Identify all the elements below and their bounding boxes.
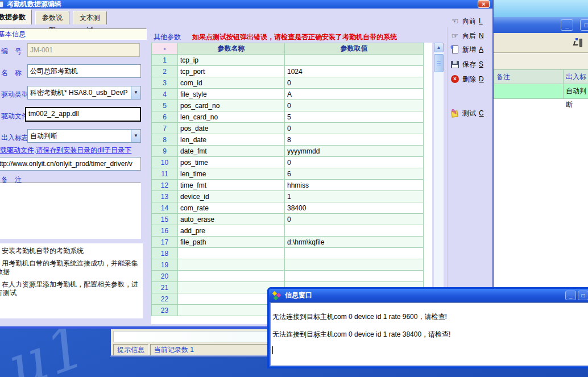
param-name-cell[interactable]: tcp_port: [178, 66, 285, 77]
param-value-cell[interactable]: 6: [285, 168, 424, 180]
param-value-cell[interactable]: yyyymmdd: [285, 146, 424, 157]
driver-url-field[interactable]: http://www.onlyit.cn/onlyit_prod/timer_d…: [0, 157, 141, 171]
param-name-cell[interactable]: tcp_ip: [178, 55, 285, 66]
col-name[interactable]: 参数名称: [178, 43, 285, 55]
id-field[interactable]: JM-001: [27, 43, 140, 57]
param-value-cell[interactable]: [285, 248, 424, 259]
param-value-cell[interactable]: 8: [285, 134, 424, 146]
row-number: 20: [152, 271, 178, 282]
table-row[interactable]: 6 len_card_no 5: [152, 111, 424, 123]
param-name-cell[interactable]: pos_card_no: [178, 100, 285, 111]
table-row[interactable]: 12 time_fmt hhmiss: [152, 180, 424, 191]
table-row[interactable]: 20: [152, 271, 424, 282]
info-message-area[interactable]: 无法连接到目标主机com 0 device id 1 rate 9600，请检查…: [270, 303, 588, 366]
param-name-cell[interactable]: add_pre: [178, 225, 285, 237]
param-value-cell[interactable]: d:\hrm\kqfile: [285, 237, 424, 248]
chevron-down-icon[interactable]: ▼: [131, 86, 140, 99]
background-table-row[interactable]: 自动判断: [494, 84, 588, 99]
close-icon[interactable]: ×: [478, 0, 490, 8]
previous-button[interactable]: ☜ 向前 L: [450, 15, 483, 27]
table-row[interactable]: 15 auto_erase 0: [152, 214, 424, 225]
next-button[interactable]: ☞ 向后 N: [450, 30, 484, 42]
tab-param-help[interactable]: 参数说明: [35, 11, 69, 24]
param-value-cell[interactable]: hhmiss: [285, 180, 424, 191]
table-row[interactable]: 4 file_style A: [152, 89, 424, 100]
driver-type-select[interactable]: 科密考勤机* HSA8.0_usb_DevP ▼: [27, 86, 141, 100]
inout-select[interactable]: 自动判断 ▼: [27, 129, 141, 143]
table-row[interactable]: 5 pos_card_no 0: [152, 100, 424, 111]
save-button[interactable]: 保存 S: [450, 58, 483, 71]
maximize-button[interactable]: □: [578, 291, 588, 300]
param-value-cell[interactable]: [285, 55, 424, 66]
param-value-cell[interactable]: [285, 225, 424, 237]
scrollbar-thumb[interactable]: [434, 54, 444, 72]
table-scrollbar[interactable]: ▲ ▼: [434, 43, 444, 324]
col-value[interactable]: 参数取值: [285, 43, 424, 55]
param-value-cell[interactable]: 0: [285, 157, 424, 168]
cell-inout[interactable]: 自动判断: [563, 84, 588, 99]
table-row[interactable]: 13 device_id 1: [152, 191, 424, 202]
table-row[interactable]: 10 pos_time 0: [152, 157, 424, 168]
param-name-cell[interactable]: [178, 259, 285, 271]
param-name-cell[interactable]: len_time: [178, 168, 285, 180]
maximize-button[interactable]: □: [580, 19, 588, 31]
test-button[interactable]: ✎ 测试 C: [450, 107, 484, 119]
driver-type-value: 科密考勤机* HSA8.0_usb_DevP: [30, 86, 129, 99]
delete-button[interactable]: × 删除 D: [450, 73, 484, 85]
download-driver-link[interactable]: 下载驱动文件,请保存到安装目录的dll子目录下: [0, 146, 131, 155]
param-value-cell[interactable]: 0: [285, 100, 424, 111]
minimize-button[interactable]: _: [561, 19, 573, 31]
param-value-cell[interactable]: 0: [285, 77, 424, 89]
param-value-cell[interactable]: [285, 271, 424, 282]
param-name-cell[interactable]: len_card_no: [178, 111, 285, 123]
chevron-down-icon[interactable]: ▼: [131, 130, 140, 142]
param-value-cell[interactable]: 38400: [285, 202, 424, 214]
tab-text-test[interactable]: 文本测试: [73, 11, 107, 24]
tab-data-params[interactable]: 数据参数: [0, 9, 32, 24]
table-row[interactable]: 14 com_rate 38400: [152, 202, 424, 214]
param-value-cell[interactable]: 0: [285, 123, 424, 134]
table-row[interactable]: 18: [152, 248, 424, 259]
minimize-button[interactable]: _: [565, 291, 576, 300]
param-value-cell[interactable]: 5: [285, 111, 424, 123]
name-field[interactable]: 公司总部考勤机: [27, 64, 141, 78]
table-row[interactable]: 16 add_pre: [152, 225, 424, 237]
exit-icon[interactable]: [573, 38, 582, 47]
param-value-cell[interactable]: 1: [285, 191, 424, 202]
table-row[interactable]: 1 tcp_ip: [152, 55, 424, 66]
table-row[interactable]: 11 len_time 6: [152, 168, 424, 180]
table-row[interactable]: 9 date_fmt yyyymmdd: [152, 146, 424, 157]
param-value-cell[interactable]: A: [285, 89, 424, 100]
cell-remark[interactable]: [494, 84, 563, 99]
table-row[interactable]: 8 len_date 8: [152, 134, 424, 146]
param-value-cell[interactable]: 0: [285, 214, 424, 225]
scroll-up-icon[interactable]: ▲: [434, 43, 444, 52]
add-button[interactable]: + 新增 A: [450, 43, 483, 56]
table-row[interactable]: 17 file_path d:\hrm\kqfile: [152, 237, 424, 248]
param-name-cell[interactable]: com_rate: [178, 202, 285, 214]
param-value-cell[interactable]: [285, 259, 424, 271]
driver-file-field[interactable]: tm002_2_app.dll: [25, 107, 141, 122]
tab-bar: 数据参数 参数说明 文本测试: [0, 9, 492, 24]
param-name-cell[interactable]: auto_erase: [178, 214, 285, 225]
dialog-titlebar[interactable]: 考勤机数据源编辑 ×: [0, 0, 492, 9]
param-name-cell[interactable]: [178, 248, 285, 259]
param-name-cell[interactable]: file_path: [178, 237, 285, 248]
row-number: 13: [152, 191, 178, 202]
param-value-cell[interactable]: 1024: [285, 66, 424, 77]
param-name-cell[interactable]: device_id: [178, 191, 285, 202]
param-name-cell[interactable]: time_fmt: [178, 180, 285, 191]
param-name-cell[interactable]: date_fmt: [178, 146, 285, 157]
param-name-cell[interactable]: pos_date: [178, 123, 285, 134]
param-name-cell[interactable]: file_style: [178, 89, 285, 100]
table-row[interactable]: 2 tcp_port 1024: [152, 66, 424, 77]
param-name-cell[interactable]: len_date: [178, 134, 285, 146]
param-name-cell[interactable]: pos_time: [178, 157, 285, 168]
table-row[interactable]: 19: [152, 259, 424, 271]
table-row[interactable]: 7 pos_date 0: [152, 123, 424, 134]
table-row[interactable]: 3 com_id 0: [152, 77, 424, 89]
remark-textarea[interactable]: [0, 183, 141, 239]
info-window-titlebar[interactable]: 信息窗口 _ □: [269, 289, 588, 302]
param-name-cell[interactable]: com_id: [178, 77, 285, 89]
param-name-cell[interactable]: [178, 271, 285, 282]
